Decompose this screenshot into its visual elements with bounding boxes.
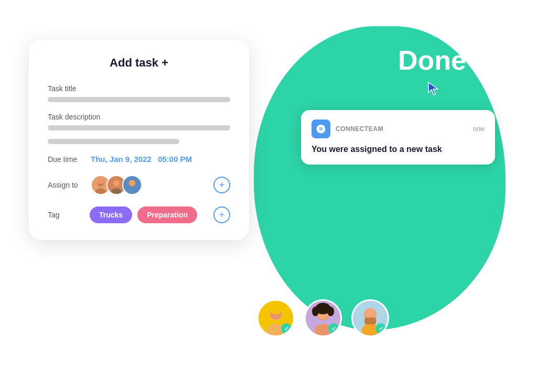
svg-point-11 <box>130 180 135 186</box>
task-title-label: Task title <box>48 84 230 93</box>
avatar-3 <box>122 175 142 195</box>
team-avatar-2: ✓ <box>304 299 342 337</box>
description-line-2[interactable] <box>48 139 179 144</box>
tag-preparation[interactable]: Preparation <box>137 206 197 223</box>
tag-label: Tag <box>48 211 84 219</box>
svg-point-3 <box>96 178 105 184</box>
assign-add-button[interactable]: + <box>213 177 230 193</box>
tag-row: Tag Trucks Preparation + <box>48 206 230 223</box>
due-time-label: Due time <box>48 155 84 164</box>
assign-to-label: Assign to <box>48 181 84 189</box>
notification-message: You were assigned to a new task <box>312 144 485 155</box>
done-label: Done <box>398 45 466 76</box>
notification-header: CONNECTEAM now <box>312 119 485 138</box>
card-title: Add task + <box>48 56 230 70</box>
description-lines <box>48 125 230 144</box>
tag-trucks[interactable]: Trucks <box>90 206 132 223</box>
svg-rect-28 <box>364 318 376 324</box>
notification-time: now <box>473 125 485 133</box>
avatar-group <box>91 175 142 195</box>
due-time[interactable]: 05:00 PM <box>158 155 192 164</box>
due-date[interactable]: Thu, Jan 9, 2022 <box>91 155 152 164</box>
add-task-card: Add task + Task title Task description D… <box>29 39 249 240</box>
task-description-field: Task description <box>48 113 230 144</box>
cursor-icon <box>427 81 440 96</box>
task-title-input[interactable] <box>48 97 230 102</box>
app-name: CONNECTEAM <box>336 125 468 133</box>
check-badge-1: ✓ <box>281 323 292 334</box>
due-time-row: Due time Thu, Jan 9, 2022 05:00 PM <box>48 155 230 164</box>
green-blob <box>254 26 506 330</box>
team-avatar-1: ✓ <box>257 299 295 337</box>
scene: Done Add task + Task title Task descript… <box>0 0 537 392</box>
team-avatars: ✓ ✓ ✓ <box>257 299 389 337</box>
connecteam-icon <box>312 119 330 138</box>
task-description-label: Task description <box>48 113 230 121</box>
check-badge-2: ✓ <box>328 323 339 334</box>
svg-point-22 <box>312 307 319 316</box>
assign-to-row: Assign to <box>48 175 230 195</box>
svg-point-16 <box>269 304 283 314</box>
check-badge-3: ✓ <box>375 323 386 334</box>
tag-add-button[interactable]: + <box>213 206 230 223</box>
team-avatar-3: ✓ <box>351 299 389 337</box>
svg-point-7 <box>114 180 120 186</box>
notification-card: CONNECTEAM now You were assigned to a ne… <box>301 110 495 165</box>
svg-point-23 <box>327 307 334 316</box>
task-title-field: Task title <box>48 84 230 102</box>
description-line-1[interactable] <box>48 125 230 130</box>
